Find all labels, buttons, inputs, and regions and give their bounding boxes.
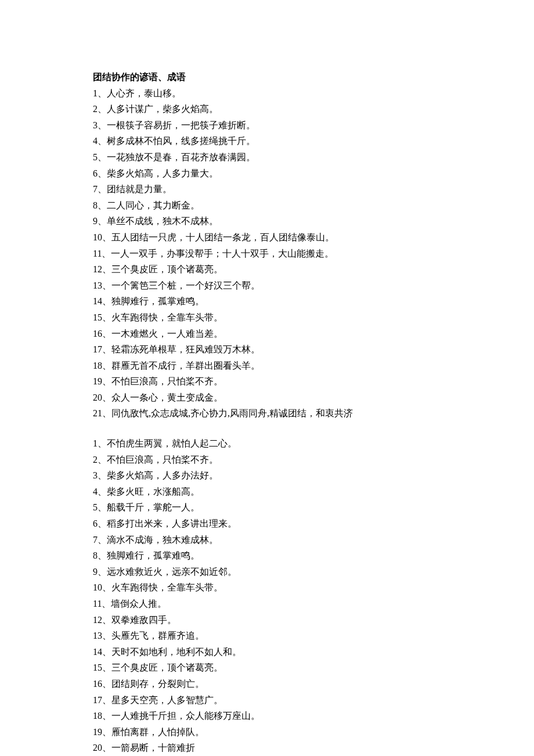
document-title: 团结协作的谚语、成语 <box>93 70 441 85</box>
list-item: 4、柴多火旺，水涨船高。 <box>93 484 441 499</box>
list-item: 2、人多计谋广，柴多火焰高。 <box>93 102 441 117</box>
list-item: 1、人心齐，泰山移。 <box>93 86 441 101</box>
list-item: 11、一人一双手，办事没帮手；十人十双手，大山能搬走。 <box>93 246 441 261</box>
list-item: 16、团结则存，分裂则亡。 <box>93 676 441 692</box>
list-item: 11、墙倒众人推。 <box>93 596 441 611</box>
list-item: 14、独脚难行，孤掌难鸣。 <box>93 294 441 309</box>
list-item: 6、稻多打出米来，人多讲出理来。 <box>93 516 441 531</box>
list-item: 13、头雁先飞，群雁齐追。 <box>93 628 441 643</box>
section-1: 1、人心齐，泰山移。 2、人多计谋广，柴多火焰高。 3、一根筷子容易折，一把筷子… <box>93 86 441 421</box>
list-item: 9、远水难救近火，远亲不如近邻。 <box>93 564 441 579</box>
list-item: 7、团结就是力量。 <box>93 182 441 197</box>
list-item: 3、柴多火焰高，人多办法好。 <box>93 468 441 483</box>
list-item: 14、天时不如地利，地利不如人和。 <box>93 645 441 660</box>
list-item: 18、群雁无首不成行，羊群出圈看头羊。 <box>93 358 441 373</box>
list-item: 17、轻霜冻死单根草，狂风难毁万木林。 <box>93 342 441 357</box>
list-item: 10、五人团结一只虎，十人团结一条龙，百人团结像泰山。 <box>93 230 441 245</box>
list-item: 6、柴多火焰高，人多力量大。 <box>93 166 441 181</box>
section-2: 1、不怕虎生两翼，就怕人起二心。 2、不怕巨浪高，只怕桨不齐。 3、柴多火焰高，… <box>93 436 441 756</box>
list-item: 20、一箭易断，十箭难折 <box>93 740 441 755</box>
list-item: 12、三个臭皮匠，顶个诸葛亮。 <box>93 262 441 277</box>
list-item: 5、一花独放不是春，百花齐放春满园。 <box>93 150 441 165</box>
list-item: 21、同仇敌忾,众志成城,齐心协力,风雨同舟,精诚团结，和衷共济 <box>93 406 441 421</box>
list-item: 13、一个篱笆三个桩，一个好汉三个帮。 <box>93 278 441 293</box>
list-item: 18、一人难挑千斤担，众人能移万座山。 <box>93 708 441 723</box>
list-item: 3、一根筷子容易折，一把筷子难折断。 <box>93 118 441 133</box>
list-item: 15、火车跑得快，全靠车头带。 <box>93 310 441 325</box>
list-item: 16、一木难燃火，一人难当差。 <box>93 326 441 341</box>
list-item: 2、不怕巨浪高，只怕桨不齐。 <box>93 452 441 467</box>
list-item: 4、树多成林不怕风，线多搓绳挑千斤。 <box>93 134 441 149</box>
list-item: 8、独脚难行，孤掌难鸣。 <box>93 548 441 563</box>
list-item: 15、三个臭皮匠，顶个诸葛亮。 <box>93 660 441 675</box>
list-item: 7、滴水不成海，独木难成林。 <box>93 532 441 548</box>
list-item: 20、众人一条心，黄土变成金。 <box>93 390 441 405</box>
list-item: 19、雁怕离群，人怕掉队。 <box>93 725 441 740</box>
list-item: 17、星多天空亮，人多智慧广。 <box>93 693 441 708</box>
list-item: 8、二人同心，其力断金。 <box>93 198 441 213</box>
list-item: 9、单丝不成线，独木不成林。 <box>93 214 441 229</box>
list-item: 10、火车跑得快，全靠车头带。 <box>93 580 441 595</box>
list-item: 1、不怕虎生两翼，就怕人起二心。 <box>93 436 441 451</box>
section-divider <box>93 422 441 436</box>
list-item: 5、船载千斤，掌舵一人。 <box>93 500 441 515</box>
list-item: 12、双拳难敌四手。 <box>93 613 441 628</box>
list-item: 19、不怕巨浪高，只怕桨不齐。 <box>93 374 441 389</box>
